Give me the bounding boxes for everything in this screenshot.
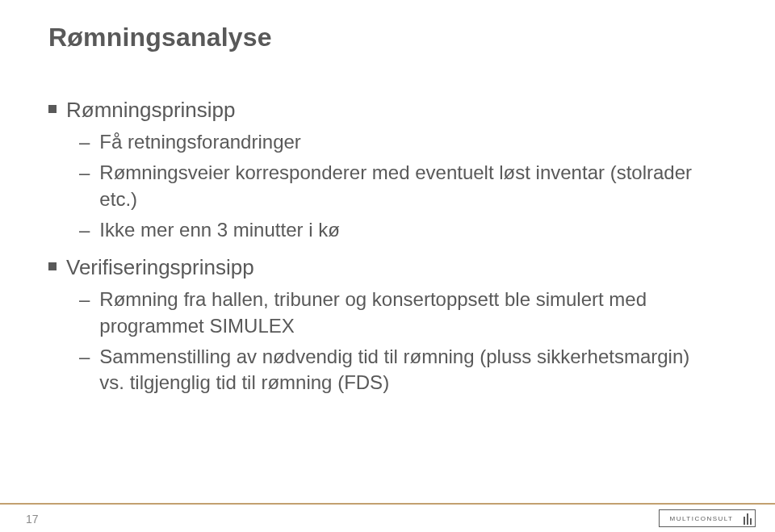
square-bullet-icon <box>48 262 57 270</box>
list-item-text: Rømningsveier korresponderer med eventue… <box>99 160 697 212</box>
list-item-text: Ikke mer enn 3 minutter i kø <box>99 217 339 243</box>
dash-bullet-icon: – <box>79 344 90 370</box>
page-number: 17 <box>26 513 39 526</box>
dash-bullet-icon: – <box>79 160 90 186</box>
slide-footer: 17 MULTICONSULT <box>0 495 775 532</box>
dash-bullet-icon: – <box>79 129 90 155</box>
list-item: – Rømning fra hallen, tribuner og konser… <box>79 287 710 339</box>
page-title: Rømningsanalyse <box>48 23 272 52</box>
logo-box: MULTICONSULT <box>659 509 756 527</box>
list-item: – Få retningsforandringer <box>79 129 710 155</box>
dash-bullet-icon: – <box>79 287 90 312</box>
heading-text: Verifiseringsprinsipp <box>66 254 254 282</box>
list-item: – Sammenstilling av nødvendig tid til rø… <box>79 344 710 396</box>
slide: Rømningsanalyse Rømningsprinsipp – Få re… <box>0 0 775 532</box>
list-item-text: Sammenstilling av nødvendig tid til rømn… <box>99 344 697 396</box>
list-item-text: Få retningsforandringer <box>99 129 300 155</box>
list-item: – Rømningsveier korresponderer med event… <box>79 160 710 212</box>
list-item: – Ikke mer enn 3 minutter i kø <box>79 217 710 243</box>
square-bullet-icon <box>48 105 57 113</box>
footer-divider <box>0 503 775 505</box>
dash-bullet-icon: – <box>79 217 90 243</box>
section-heading-romningsprinsipp: Rømningsprinsipp <box>48 97 710 124</box>
multiconsult-logo: MULTICONSULT <box>659 509 756 529</box>
logo-bars-icon <box>744 512 755 525</box>
content-area: Rømningsprinsipp – Få retningsforandring… <box>48 89 710 396</box>
heading-text: Rømningsprinsipp <box>66 97 236 124</box>
list-item-text: Rømning fra hallen, tribuner og konserto… <box>99 287 697 339</box>
logo-text: MULTICONSULT <box>660 515 744 522</box>
section-heading-verifiseringsprinsipp: Verifiseringsprinsipp <box>48 254 710 282</box>
